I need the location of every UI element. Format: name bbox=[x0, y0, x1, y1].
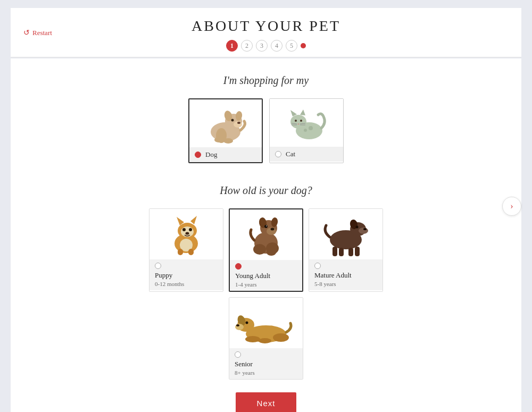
restart-label: Restart bbox=[32, 28, 52, 37]
puppy-image bbox=[149, 209, 223, 259]
mature-adult-image bbox=[309, 209, 383, 259]
mature-adult-radio-row bbox=[314, 263, 377, 269]
pet-options: Dog bbox=[32, 98, 500, 163]
step-1[interactable]: 1 bbox=[226, 40, 238, 52]
mature-adult-radio bbox=[314, 263, 321, 269]
svg-point-30 bbox=[189, 228, 192, 231]
age-options-row-2: Senior 8+ years bbox=[32, 297, 500, 380]
pet-section-question: I'm shopping for my bbox=[32, 74, 500, 87]
cat-card-label: Cat bbox=[270, 147, 343, 162]
restart-icon: ↺ bbox=[23, 28, 30, 37]
cat-radio bbox=[275, 151, 281, 157]
next-arrow-button[interactable]: › bbox=[502, 197, 521, 216]
cat-label: Cat bbox=[286, 150, 295, 158]
svg-marker-27 bbox=[190, 216, 197, 224]
svg-point-31 bbox=[186, 232, 189, 234]
puppy-range: 0-12 months bbox=[155, 281, 218, 287]
svg-point-59 bbox=[235, 324, 244, 330]
svg-point-22 bbox=[304, 129, 307, 132]
age-section-question: How old is your dog? bbox=[32, 184, 500, 197]
svg-rect-52 bbox=[348, 248, 353, 256]
age-card-mature-adult[interactable]: Mature Adult 5-8 years bbox=[309, 208, 383, 292]
young-adult-label-container: Young Adult 1-4 years bbox=[230, 260, 302, 291]
restart-button[interactable]: ↺ Restart bbox=[23, 28, 52, 37]
svg-point-14 bbox=[295, 120, 297, 122]
svg-point-50 bbox=[356, 225, 359, 228]
senior-illustration bbox=[234, 299, 298, 347]
svg-point-61 bbox=[246, 321, 248, 324]
young-adult-image bbox=[230, 209, 302, 260]
svg-point-28 bbox=[181, 226, 194, 237]
svg-point-62 bbox=[245, 336, 260, 342]
age-options-row-1: Puppy 0-12 months bbox=[32, 208, 500, 292]
step-2[interactable]: 2 bbox=[241, 40, 253, 52]
dog-card-label: Dog bbox=[189, 147, 262, 162]
chevron-right-icon: › bbox=[510, 201, 513, 211]
svg-point-48 bbox=[359, 228, 368, 234]
puppy-radio-row bbox=[155, 263, 218, 269]
puppy-name: Puppy bbox=[155, 271, 218, 280]
young-adult-name: Young Adult bbox=[235, 272, 297, 280]
next-button[interactable]: Next bbox=[236, 392, 297, 412]
puppy-radio bbox=[155, 263, 161, 269]
dog-image bbox=[189, 99, 262, 147]
senior-label-container: Senior 8+ years bbox=[229, 348, 303, 379]
svg-point-43 bbox=[253, 244, 266, 255]
svg-point-60 bbox=[236, 324, 239, 326]
svg-marker-13 bbox=[300, 110, 305, 115]
svg-point-40 bbox=[264, 225, 268, 228]
svg-point-29 bbox=[182, 228, 186, 231]
steps-indicator: 1 2 3 4 5 bbox=[192, 40, 340, 52]
cat-illustration bbox=[280, 102, 333, 144]
svg-rect-54 bbox=[339, 248, 344, 256]
age-card-young-adult[interactable]: Young Adult 1-4 years bbox=[229, 208, 303, 292]
svg-point-9 bbox=[216, 128, 227, 143]
senior-name: Senior bbox=[235, 360, 297, 368]
mature-adult-illustration bbox=[317, 211, 375, 258]
next-button-container: Next bbox=[32, 392, 500, 412]
svg-point-56 bbox=[273, 333, 289, 342]
young-adult-radio bbox=[235, 263, 242, 270]
age-card-puppy[interactable]: Puppy 0-12 months bbox=[149, 208, 223, 292]
header: ↺ Restart ABOUT YOUR PET 1 2 3 4 5 bbox=[11, 8, 521, 57]
svg-point-49 bbox=[363, 228, 367, 230]
mature-adult-range: 5-8 years bbox=[314, 281, 377, 287]
svg-rect-53 bbox=[332, 247, 337, 256]
young-adult-illustration bbox=[239, 211, 293, 259]
svg-point-63 bbox=[259, 338, 271, 343]
young-adult-range: 1-4 years bbox=[235, 281, 297, 288]
svg-rect-33 bbox=[188, 249, 194, 255]
senior-image bbox=[229, 298, 303, 348]
svg-rect-51 bbox=[355, 247, 360, 256]
senior-range: 8+ years bbox=[235, 369, 297, 376]
senior-radio bbox=[235, 351, 241, 358]
young-adult-radio-row bbox=[235, 263, 297, 270]
step-5[interactable]: 5 bbox=[286, 40, 297, 52]
svg-point-6 bbox=[231, 119, 234, 121]
puppy-label-container: Puppy 0-12 months bbox=[149, 259, 223, 290]
main-content: I'm shopping for my bbox=[11, 58, 521, 412]
step-3[interactable]: 3 bbox=[256, 40, 268, 52]
mature-adult-name: Mature Adult bbox=[314, 271, 377, 280]
puppy-illustration bbox=[160, 211, 213, 258]
svg-point-39 bbox=[271, 228, 275, 230]
pet-card-dog[interactable]: Dog bbox=[188, 98, 263, 163]
age-card-senior[interactable]: Senior 8+ years bbox=[229, 297, 303, 380]
svg-point-11 bbox=[290, 115, 306, 129]
svg-point-21 bbox=[309, 126, 313, 130]
svg-point-41 bbox=[266, 225, 267, 226]
svg-point-44 bbox=[266, 242, 279, 254]
svg-point-5 bbox=[237, 122, 240, 124]
dog-radio bbox=[195, 152, 201, 158]
step-4[interactable]: 4 bbox=[271, 40, 282, 52]
senior-radio-row bbox=[235, 351, 297, 358]
dog-label: Dog bbox=[205, 150, 217, 159]
dog-illustration bbox=[196, 101, 255, 146]
mature-adult-label-container: Mature Adult 5-8 years bbox=[309, 259, 383, 290]
cat-image bbox=[270, 99, 343, 147]
svg-rect-32 bbox=[178, 249, 183, 255]
page-title: ABOUT YOUR PET bbox=[192, 18, 340, 35]
svg-point-15 bbox=[300, 120, 302, 122]
step-dot bbox=[301, 43, 306, 48]
pet-card-cat[interactable]: Cat bbox=[269, 98, 344, 163]
